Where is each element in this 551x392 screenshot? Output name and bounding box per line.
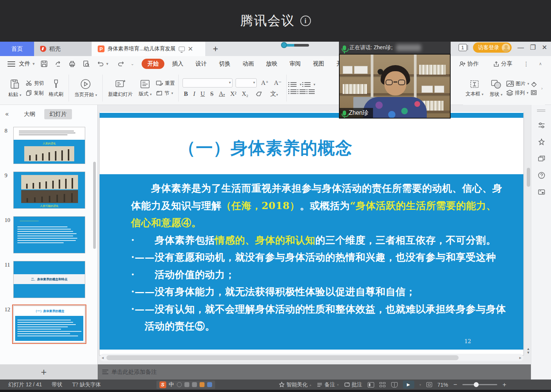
ribbon-tab[interactable]: 审阅 [285,59,305,69]
play-from-current-button[interactable]: 当页开始 ▾ [71,72,100,105]
webcam-overlay[interactable]: 正在讲话: Zhen珍; Zhen珍 [339,42,451,119]
meeting-volume-slider[interactable] [281,43,309,47]
print-preview-icon[interactable] [83,60,90,67]
comments-button[interactable]: 批注 [344,381,362,388]
slide-thumbnail-10[interactable]: ────────── [13,216,85,253]
notes-bar[interactable]: 单击此处添加备注 [98,364,531,380]
align-right-icon[interactable] [309,89,315,94]
file-menu[interactable]: 文件 [19,60,30,67]
bullet-list-icon[interactable] [290,82,297,87]
participant-video[interactable]: Zhen珍 [339,54,451,119]
notes-button[interactable]: 备注 ▾ [317,381,339,388]
pinyin-button[interactable]: 文▾ [269,90,279,98]
vertical-scrollbar[interactable] [527,168,530,187]
tab-slides[interactable]: 幻灯片 [44,109,72,119]
slide-sorter-icon[interactable] [379,382,386,387]
add-slide-button[interactable]: + [41,366,47,378]
tab-close-icon[interactable]: ✕ [188,45,193,53]
tab-outline[interactable]: 大纲 [19,109,41,119]
italic-button[interactable]: I [192,91,196,97]
shapes-button[interactable]: 形状 ▾ [487,78,505,99]
align-center-icon[interactable] [300,89,306,94]
close-button[interactable]: ✕ [542,44,547,52]
help-icon[interactable] [531,167,551,184]
undo-icon[interactable]: ▾ [97,61,111,67]
ime-toolbox-icon[interactable] [207,382,212,387]
slide-thumbnail-8[interactable]: 人类的进化 [13,127,85,164]
slideshow-button[interactable]: ▶ [403,381,414,389]
subscript-button[interactable]: X₂ [240,91,249,97]
new-tab-button[interactable]: + [213,44,218,54]
restore-button[interactable]: ❐ [530,44,536,52]
font-increase-icon[interactable]: A⁺ [260,79,270,86]
numbered-list-icon[interactable] [304,82,311,87]
align-left-icon[interactable] [290,89,297,94]
superscript-button[interactable]: X² [229,91,237,97]
tab-home[interactable]: 首页 [0,42,34,56]
ime-mic-icon[interactable] [184,382,189,387]
redo-icon[interactable] [117,61,125,67]
ime-bar[interactable]: S 中 [156,381,215,389]
info-icon[interactable]: i [300,16,311,26]
print-icon[interactable] [69,60,76,67]
beautify-button[interactable]: 智能美化 ▴ [279,381,312,388]
cut-button[interactable]: 剪切 [24,80,45,87]
section-button[interactable]: 节 ▾ [155,89,176,97]
collapse-panel-icon[interactable]: « [5,111,9,117]
zoom-out-icon[interactable]: − [453,381,457,389]
reset-button[interactable]: 重置 [155,80,176,87]
font-decrease-icon[interactable]: A⁻ [273,79,283,86]
clear-format-icon[interactable] [256,91,263,97]
paste-button[interactable]: 粘贴 ▾ [5,72,24,105]
hamburger-icon[interactable] [8,64,15,64]
missing-font-label[interactable]: 缺失字体 [80,381,101,388]
zoom-percentage[interactable]: 71% [437,382,448,388]
hscroll-thumb[interactable] [106,355,459,360]
font-name-select[interactable] [183,78,233,87]
arrange-button[interactable]: 排列 ▾ [506,89,529,96]
slideshow-chevron-icon[interactable]: ▾ [420,383,421,387]
slider-knob[interactable] [281,42,287,48]
zoom-slider[interactable] [462,384,497,385]
bold-button[interactable]: B [183,91,189,97]
reading-view-icon[interactable] [391,382,398,387]
ime-lang-label[interactable]: 中 [169,381,174,388]
sogou-icon[interactable]: S [159,381,166,388]
ribbon-tab[interactable]: 动画 [238,59,258,69]
ime-emoji-icon[interactable] [177,382,182,387]
smart-beautify-icon[interactable] [531,134,551,150]
frame-icon[interactable] [531,90,537,95]
properties-icon[interactable] [531,117,551,134]
skin-settings-icon[interactable] [531,184,551,200]
page-up-down-buttons[interactable]: ▲▼ [526,347,531,355]
save-icon[interactable] [41,60,48,67]
font-color-button[interactable]: A▾ [218,91,226,97]
font-size-select[interactable] [236,78,257,87]
present-monitor-icon[interactable] [179,47,185,51]
scroll-right-icon[interactable]: ▸ [517,355,523,360]
slide-thumbnail-11[interactable]: 二、身体素养的概念和特点 [13,261,85,298]
ribbon-tab[interactable]: 插入 [167,59,188,69]
slide-thumbnail-12[interactable]: （一）身体素养的概念 [13,306,85,343]
panel-scrollbar[interactable] [93,162,96,249]
normal-view-icon[interactable] [368,382,374,387]
view-mode-label[interactable]: 带状 [52,381,62,388]
toolbar-more-icon[interactable]: ⌄ [131,61,134,66]
ime-skin-icon[interactable] [200,382,204,387]
underline-button[interactable]: U [199,91,206,97]
zoom-in-icon[interactable]: + [503,381,506,389]
ribbon-tab[interactable]: 开始 [142,59,164,69]
scroll-left-icon[interactable]: ◂ [100,355,106,360]
collaborate-button[interactable]: 协作 [459,60,479,67]
format-painter-button[interactable]: 格式刷 [45,72,66,105]
share-button[interactable]: 分享 [493,60,512,67]
tab-document[interactable]: P 身体素养培育...幼儿体育发展 ✕ [92,42,205,56]
sidebar-handle[interactable] [537,109,545,112]
file-chevron-icon[interactable]: ▾ [33,61,35,66]
collapse-ribbon-icon[interactable]: ∧ [539,61,542,66]
tab-docer[interactable]: 稻壳 [34,42,92,56]
duplicate-window-icon[interactable] [531,150,551,167]
picture-button[interactable]: 图片 ▾ [506,80,529,87]
minimize-button[interactable]: — [518,44,524,52]
ribbon-tab[interactable]: 切换 [214,59,235,69]
